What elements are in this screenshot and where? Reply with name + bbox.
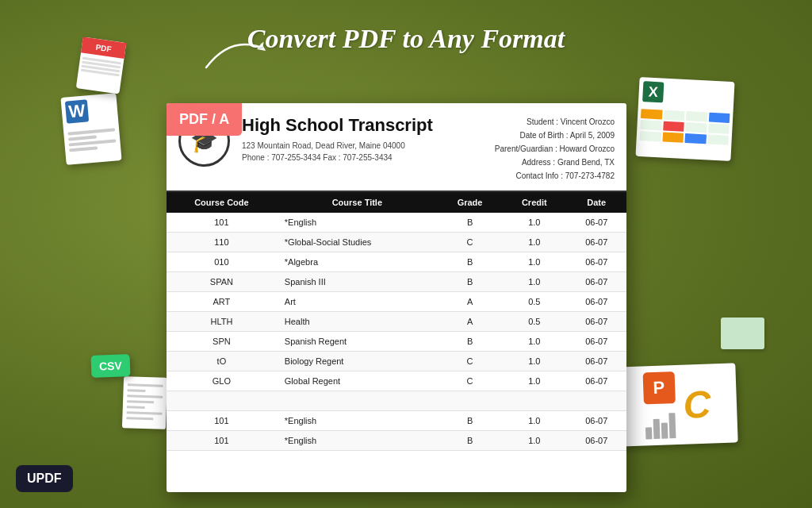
cell-title: *English bbox=[277, 411, 438, 431]
table-header-row: Course Code Course Title Grade Credit Da… bbox=[167, 192, 626, 213]
cell-code: HLTH bbox=[167, 312, 277, 332]
cell-date: 06-07 bbox=[566, 312, 626, 332]
cell-grade: B bbox=[438, 213, 502, 233]
cell-date: 06-07 bbox=[566, 292, 626, 312]
cell-grade: A bbox=[438, 292, 502, 312]
cell-credit: 0.5 bbox=[502, 292, 566, 312]
cell-credit: 1.0 bbox=[502, 233, 566, 252]
transcript-title: High School Transcript bbox=[242, 115, 495, 136]
col-course-title: Course Title bbox=[277, 192, 438, 213]
powerpoint-icon: P bbox=[642, 371, 675, 404]
cell-code: SPN bbox=[167, 332, 277, 352]
cell-credit: 1.0 bbox=[502, 213, 566, 233]
csv-badge: CSV bbox=[91, 354, 131, 378]
cell-title: Health bbox=[277, 312, 438, 332]
pdf-label: PDF bbox=[81, 37, 126, 58]
table-row: SPN Spanish Regent B 1.0 06-07 bbox=[167, 332, 626, 352]
cell-title: Art bbox=[277, 292, 438, 312]
table-row: 101 *English B 1.0 06-07 bbox=[167, 411, 626, 431]
transcript-document: 🎓 High School Transcript 123 Mountain Ro… bbox=[167, 103, 626, 492]
cell-grade: B bbox=[438, 431, 502, 451]
scatter-doc-decoration bbox=[122, 376, 167, 429]
cell-code: 110 bbox=[167, 233, 277, 252]
cell-code: tO bbox=[167, 352, 277, 371]
green-doc-decoration bbox=[721, 318, 764, 349]
cell-date: 06-07 bbox=[566, 411, 626, 431]
transcript-student-info: Student : Vincent Orozco Date of Birth :… bbox=[495, 115, 615, 183]
c-icon: C bbox=[683, 382, 712, 426]
cell-date: 06-07 bbox=[566, 431, 626, 451]
cell-title: Biology Regent bbox=[277, 352, 438, 371]
cell-grade: C bbox=[438, 371, 502, 391]
cell-code: SPAN bbox=[167, 272, 277, 292]
student-name-row: Student : Vincent Orozco bbox=[495, 115, 615, 129]
cell-credit: 1.0 bbox=[502, 431, 566, 451]
table-row: GLO Global Regent C 1.0 06-07 bbox=[167, 371, 626, 391]
col-date: Date bbox=[566, 192, 626, 213]
cell-code: 101 bbox=[167, 411, 277, 431]
cell-title: Spanish Regent bbox=[277, 332, 438, 352]
address-row: Address : Grand Bend, TX bbox=[495, 156, 615, 169]
cell-credit: 1.0 bbox=[502, 411, 566, 431]
cell-code: 101 bbox=[167, 213, 277, 233]
cell-date: 06-07 bbox=[566, 332, 626, 352]
excel-doc-decoration: X bbox=[635, 77, 734, 161]
col-grade: Grade bbox=[438, 192, 502, 213]
cell-grade: A bbox=[438, 312, 502, 332]
table-row: 101 *English B 1.0 06-07 bbox=[167, 213, 626, 233]
cell-date: 06-07 bbox=[566, 352, 626, 371]
updf-logo: UPDF bbox=[16, 465, 73, 492]
cell-title: Spanish III bbox=[277, 272, 438, 292]
cell-credit: 1.0 bbox=[502, 252, 566, 272]
main-heading: Convert PDF to Any Format bbox=[247, 24, 565, 54]
pptc-decoration: P C bbox=[616, 363, 737, 446]
cell-credit: 0.5 bbox=[502, 312, 566, 332]
cell-title: *Global-Social Studies bbox=[277, 233, 438, 252]
cell-grade: B bbox=[438, 252, 502, 272]
cell-code: 101 bbox=[167, 431, 277, 451]
cell-grade: B bbox=[438, 411, 502, 431]
table-row: 110 *Global-Social Studies C 1.0 06-07 bbox=[167, 233, 626, 252]
cell-credit: 1.0 bbox=[502, 352, 566, 371]
transcript-title-section: High School Transcript 123 Mountain Road… bbox=[242, 115, 495, 164]
cell-date: 06-07 bbox=[566, 252, 626, 272]
cell-date: 06-07 bbox=[566, 272, 626, 292]
cell-code: GLO bbox=[167, 371, 277, 391]
cell-grade: C bbox=[438, 233, 502, 252]
cell-date: 06-07 bbox=[566, 213, 626, 233]
cell-code: 010 bbox=[167, 252, 277, 272]
table-row: 101 *English B 1.0 06-07 bbox=[167, 431, 626, 451]
excel-icon: X bbox=[642, 81, 664, 102]
table-row bbox=[167, 391, 626, 411]
parent-row: Parent/Guardian : Howard Orozco bbox=[495, 142, 615, 156]
table-row: ART Art A 0.5 06-07 bbox=[167, 292, 626, 312]
cell-credit: 1.0 bbox=[502, 332, 566, 352]
cell-grade: B bbox=[438, 272, 502, 292]
transcript-address: 123 Mountain Road, Dead River, Maine 040… bbox=[242, 140, 495, 164]
dob-row: Date of Birth : April 5, 2009 bbox=[495, 129, 615, 142]
cell-date: 06-07 bbox=[566, 233, 626, 252]
pdf-a-badge: PDF / A bbox=[167, 103, 242, 136]
word-icon: W bbox=[65, 99, 89, 123]
table-row: tO Biology Regent C 1.0 06-07 bbox=[167, 352, 626, 371]
table-row: 010 *Algebra B 1.0 06-07 bbox=[167, 252, 626, 272]
cell-title: Global Regent bbox=[277, 371, 438, 391]
table-row: SPAN Spanish III B 1.0 06-07 bbox=[167, 272, 626, 292]
pdf-small-decoration: PDF bbox=[76, 37, 127, 94]
cell-title: *English bbox=[277, 213, 438, 233]
transcript-table: Course Code Course Title Grade Credit Da… bbox=[167, 192, 626, 451]
chart-decoration bbox=[645, 406, 676, 439]
address-line1: 123 Mountain Road, Dead River, Maine 040… bbox=[242, 141, 405, 150]
col-course-code: Course Code bbox=[167, 192, 277, 213]
cell-title: *English bbox=[277, 431, 438, 451]
word-doc-decoration: W bbox=[60, 93, 121, 165]
table-row: HLTH Health A 0.5 06-07 bbox=[167, 312, 626, 332]
cell-grade: B bbox=[438, 332, 502, 352]
cell-grade: C bbox=[438, 352, 502, 371]
address-line2: Phone : 707-255-3434 Fax : 707-255-3434 bbox=[242, 153, 393, 162]
cell-date: 06-07 bbox=[566, 371, 626, 391]
contact-row: Contact Info : 707-273-4782 bbox=[495, 169, 615, 183]
cell-title: *Algebra bbox=[277, 252, 438, 272]
col-credit: Credit bbox=[502, 192, 566, 213]
cell-code: ART bbox=[167, 292, 277, 312]
